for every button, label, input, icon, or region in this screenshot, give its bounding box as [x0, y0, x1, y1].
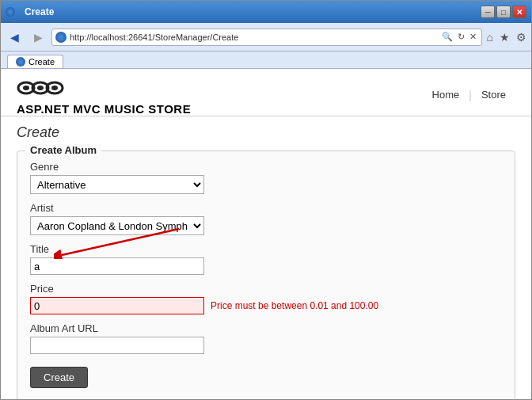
svg-point-4	[37, 86, 44, 90]
home-nav-icon[interactable]: ⌂	[485, 31, 495, 44]
main-area: Create Create Album Genre Alternative Bl…	[1, 116, 531, 399]
title-label: Title	[30, 243, 502, 255]
album-art-label: Album Art URL	[30, 322, 502, 334]
tab-label: Create	[28, 57, 55, 67]
browser-tab[interactable]: Create	[7, 55, 63, 68]
site-title: ASP.NET MVC MUSIC STORE	[17, 102, 191, 116]
title-group: Title	[30, 243, 502, 275]
app-header: ASP.NET MVC MUSIC STORE Home | Store	[1, 69, 531, 116]
close-button[interactable]: ✕	[512, 6, 526, 18]
refresh-button[interactable]: ↻	[456, 32, 466, 42]
album-art-group: Album Art URL	[30, 322, 502, 354]
logo-area: ASP.NET MVC MUSIC STORE	[17, 77, 191, 116]
address-actions: 🔍 ↻ ✕	[440, 32, 478, 42]
genre-label: Genre	[30, 161, 502, 173]
logo-icon	[17, 77, 191, 99]
app-nav: Home | Store	[423, 86, 515, 104]
logo-svg	[17, 77, 64, 99]
create-album-form: Create Album Genre Alternative Blues Cla…	[17, 150, 515, 399]
price-input[interactable]	[30, 297, 204, 314]
page-heading: Create	[17, 124, 515, 141]
artist-select[interactable]: Aaron Copland & London Symphony Orchestr…	[30, 216, 204, 235]
window-title: Create	[25, 6, 54, 17]
svg-point-3	[23, 86, 29, 90]
window-controls: ─ □ ✕	[481, 6, 526, 18]
form-box-title: Create Album	[25, 144, 101, 156]
title-input-wrap	[30, 257, 204, 275]
store-nav-link[interactable]: Store	[472, 86, 515, 104]
search-compat-button[interactable]: 🔍	[440, 32, 454, 42]
title-bar: Create ─ □ ✕	[1, 1, 531, 23]
address-input-wrap: http://localhost:26641/StoreManager/Crea…	[51, 29, 482, 46]
address-bar: ◀ ▶ http://localhost:26641/StoreManager/…	[1, 23, 531, 51]
price-row: Price must be between 0.01 and 100.00	[30, 297, 502, 314]
tools-icon[interactable]: ⚙	[515, 31, 528, 44]
ie-favicon	[55, 32, 66, 43]
page-content: ASP.NET MVC MUSIC STORE Home | Store Cre…	[1, 69, 531, 399]
genre-group: Genre Alternative Blues Classical Countr…	[30, 161, 502, 194]
artist-label: Artist	[30, 202, 502, 214]
create-button[interactable]: Create	[30, 367, 88, 388]
price-error-message: Price must be between 0.01 and 100.00	[211, 300, 378, 311]
album-art-input[interactable]	[30, 337, 204, 354]
browser-favicon	[6, 7, 15, 17]
back-nav-button[interactable]: ◀	[4, 28, 25, 47]
stop-button[interactable]: ✕	[468, 32, 478, 42]
title-input[interactable]	[30, 257, 204, 275]
tab-favicon	[16, 57, 25, 67]
svg-point-5	[51, 86, 58, 90]
minimize-button[interactable]: ─	[481, 6, 495, 18]
home-nav-link[interactable]: Home	[423, 86, 469, 104]
genre-select[interactable]: Alternative Blues Classical Country Disc…	[30, 175, 204, 194]
price-group: Price Price must be between 0.01 and 100…	[30, 283, 502, 314]
favorites-icon[interactable]: ★	[498, 31, 511, 44]
artist-group: Artist Aaron Copland & London Symphony O…	[30, 202, 502, 235]
price-label: Price	[30, 283, 502, 295]
address-text: http://localhost:26641/StoreManager/Crea…	[70, 32, 437, 42]
tab-bar: Create	[1, 51, 531, 69]
forward-nav-button[interactable]: ▶	[28, 28, 48, 47]
browser-window: Create ─ □ ✕ ◀ ▶ http://localhost:26641/…	[0, 0, 532, 400]
maximize-button[interactable]: □	[496, 6, 511, 18]
